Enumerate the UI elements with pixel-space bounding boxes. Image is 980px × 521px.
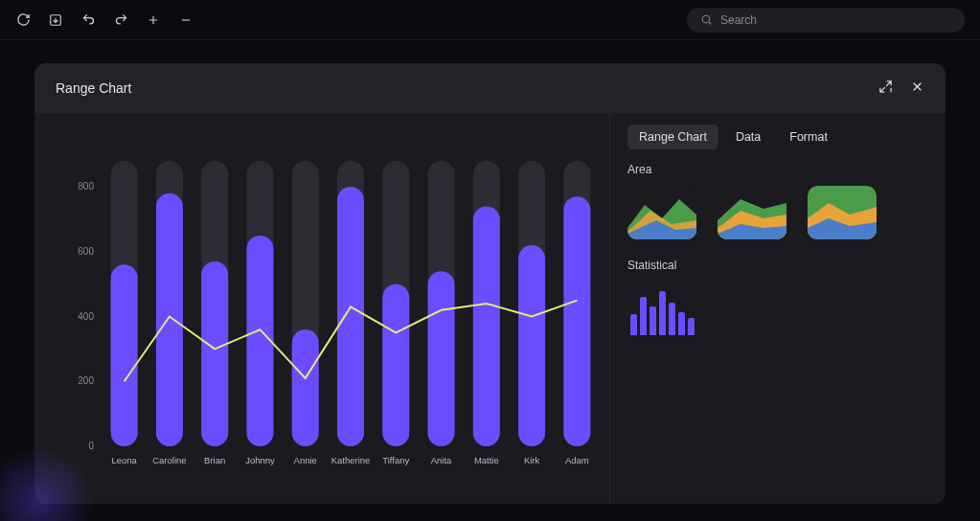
tab-range-chart[interactable]: Range Chart — [627, 125, 718, 149]
svg-text:0: 0 — [88, 441, 94, 451]
tab-format[interactable]: Format — [778, 125, 839, 149]
area-thumb-2[interactable] — [718, 186, 786, 239]
area-thumbnails — [627, 186, 928, 239]
save-icon[interactable] — [48, 12, 63, 28]
tab-data[interactable]: Data — [724, 125, 772, 149]
undo-icon[interactable] — [80, 12, 96, 28]
top-toolbar: Search — [0, 0, 980, 40]
svg-text:Leona: Leona — [111, 455, 137, 465]
svg-rect-38 — [563, 196, 590, 446]
chart-area: 0200400600800LeonaCarolineBrianJohnnyAnn… — [34, 113, 610, 504]
svg-text:800: 800 — [78, 181, 94, 192]
redo-icon[interactable] — [113, 12, 128, 28]
svg-point-1 — [702, 15, 710, 23]
svg-text:Anita: Anita — [431, 455, 452, 465]
svg-text:400: 400 — [78, 311, 94, 322]
svg-rect-35 — [518, 245, 545, 446]
svg-rect-11 — [156, 193, 183, 446]
svg-text:Annie: Annie — [294, 455, 317, 465]
svg-rect-23 — [337, 187, 364, 446]
statistical-thumb-1[interactable] — [627, 282, 696, 335]
svg-text:200: 200 — [78, 375, 94, 386]
close-icon[interactable] — [910, 79, 924, 97]
svg-text:Katherine: Katherine — [331, 455, 371, 465]
svg-rect-8 — [111, 264, 138, 446]
svg-text:Adam: Adam — [565, 455, 589, 465]
card-title: Range Chart — [56, 80, 131, 96]
remove-icon[interactable] — [178, 12, 194, 28]
svg-text:600: 600 — [78, 246, 94, 257]
search-icon — [700, 13, 713, 26]
statistical-thumbnails — [627, 282, 928, 335]
section-statistical-label: Statistical — [627, 259, 928, 272]
search-placeholder: Search — [720, 13, 757, 27]
svg-text:Kirk: Kirk — [524, 455, 540, 465]
svg-text:Mattie: Mattie — [474, 455, 499, 465]
search-input[interactable]: Search — [687, 8, 965, 33]
refresh-icon[interactable] — [15, 12, 31, 28]
section-area-label: Area — [627, 163, 928, 176]
range-chart-svg: 0200400600800LeonaCarolineBrianJohnnyAnn… — [34, 113, 609, 504]
svg-rect-29 — [428, 271, 455, 446]
svg-rect-32 — [473, 206, 500, 446]
expand-icon[interactable] — [878, 79, 893, 97]
svg-text:Johnny: Johnny — [245, 455, 275, 465]
svg-rect-20 — [292, 329, 319, 446]
svg-rect-14 — [201, 261, 228, 446]
card-header: Range Chart — [34, 63, 946, 113]
svg-text:Tiffany: Tiffany — [382, 455, 409, 465]
area-thumb-1[interactable] — [627, 186, 696, 239]
options-sidebar: Range Chart Data Format Area Statistical — [610, 113, 946, 504]
add-icon[interactable] — [146, 12, 161, 28]
area-thumb-3[interactable] — [808, 186, 877, 239]
svg-rect-26 — [382, 284, 409, 446]
svg-text:Caroline: Caroline — [152, 455, 186, 465]
tab-strip: Range Chart Data Format — [627, 125, 928, 149]
svg-text:Brian: Brian — [204, 455, 225, 465]
chart-card: Range Chart 0200400600800LeonaCarolineBr… — [34, 63, 946, 504]
